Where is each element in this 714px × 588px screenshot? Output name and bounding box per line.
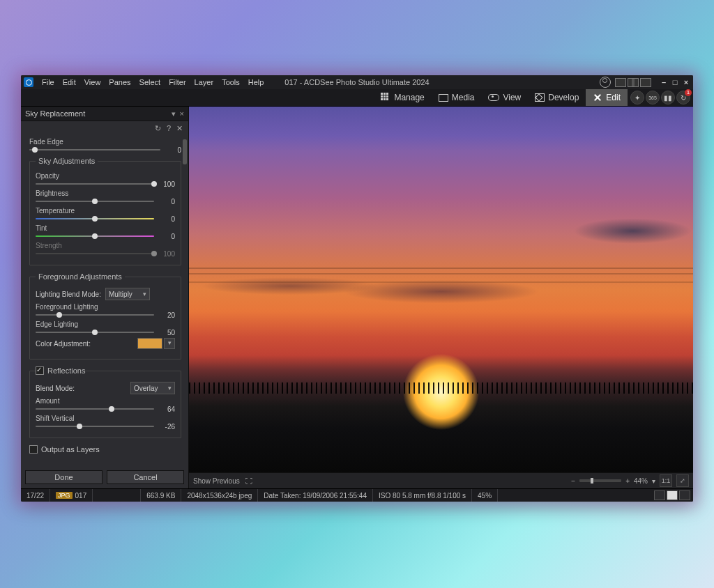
reflections-blend-mode-dropdown[interactable]: Overlay <box>130 382 175 394</box>
account-icon[interactable] <box>600 77 611 88</box>
layout-preset-icons[interactable] <box>615 78 651 87</box>
status-index: 17/22 <box>21 489 50 502</box>
edge-lighting-value: 50 <box>158 329 175 336</box>
brightness-slider[interactable]: 0 <box>36 199 175 204</box>
zoom-value: 44% <box>634 477 648 485</box>
histogram-button[interactable]: ▮▮ <box>661 91 675 105</box>
fit-button[interactable]: ⤢ <box>676 474 689 487</box>
app-logo-icon <box>24 77 33 87</box>
sky-replacement-panel: Sky Replacement ▾ × ↻ ? ✕ Fade Edge <box>21 107 189 488</box>
panel-titlebar: Sky Replacement ▾ × <box>21 107 188 121</box>
foreground-lighting-value: 20 <box>158 311 175 319</box>
viewer-toolbar: Show Previous ⛶ − + 44% ▾ 1:1 ⤢ <box>189 472 693 488</box>
color-adjustment-swatch[interactable] <box>137 338 162 349</box>
temperature-label: Temperature <box>36 207 75 215</box>
minimize-button[interactable]: – <box>660 78 668 86</box>
mode-edit[interactable]: Edit <box>586 89 628 106</box>
status-box-1[interactable] <box>654 490 665 500</box>
edit-tools-icon <box>593 93 602 102</box>
layout-right-icon[interactable] <box>640 78 651 87</box>
output-as-layers-checkbox[interactable] <box>29 445 38 454</box>
panel-close-icon[interactable]: × <box>180 109 184 118</box>
menu-view[interactable]: View <box>80 77 105 88</box>
strength-label: Strength <box>36 242 62 249</box>
reflections-blend-mode-label: Blend Mode: <box>36 385 75 392</box>
layout-center-icon[interactable] <box>628 78 639 87</box>
one-to-one-button[interactable]: 1:1 <box>660 474 672 487</box>
panel-x-icon[interactable]: ✕ <box>176 124 183 133</box>
fade-edge-slider[interactable]: 0 <box>29 147 181 153</box>
lighting-blend-mode-label: Lighting Blend Mode: <box>36 291 101 298</box>
zoom-slider[interactable] <box>579 479 621 482</box>
menu-layer[interactable]: Layer <box>190 77 218 88</box>
status-extra: 45% <box>472 489 498 502</box>
sky-adjustments-group: Sky Adjustments Opacity 100 Brightness 0… <box>29 157 181 265</box>
image-viewer: Show Previous ⛶ − + 44% ▾ 1:1 ⤢ <box>189 107 693 488</box>
window-title: 017 - ACDSee Photo Studio Ultimate 2024 <box>284 78 429 86</box>
film-icon: ✦ <box>635 94 640 102</box>
menu-bar: File Edit View Panes Select Filter Layer… <box>21 75 693 89</box>
mode-develop[interactable]: Develop <box>528 89 586 106</box>
tint-label: Tint <box>36 224 47 232</box>
menu-tools[interactable]: Tools <box>218 77 244 88</box>
strength-slider: 100 <box>36 251 175 256</box>
mode-media[interactable]: Media <box>432 89 482 106</box>
lighting-blend-mode-dropdown[interactable]: Multiply <box>105 288 150 300</box>
fade-edge-label: Fade Edge <box>29 138 63 146</box>
foreground-lighting-slider[interactable]: 20 <box>36 312 175 318</box>
mode-edit-label: Edit <box>606 93 621 102</box>
reset-icon[interactable]: ↻ <box>155 124 161 133</box>
pin-icon[interactable]: ▾ <box>172 109 176 118</box>
brightness-value: 0 <box>158 198 175 206</box>
done-button[interactable]: Done <box>25 470 102 484</box>
status-date: Date Taken: 19/09/2006 21:55:44 <box>258 489 373 502</box>
zoom-dropdown-icon[interactable]: ▾ <box>652 477 655 485</box>
brightness-label: Brightness <box>36 189 68 197</box>
temperature-value: 0 <box>158 215 175 223</box>
help-icon[interactable]: ? <box>167 124 171 132</box>
fade-edge-value: 0 <box>165 146 181 154</box>
status-box-3[interactable] <box>679 490 690 500</box>
menu-help[interactable]: Help <box>244 77 268 88</box>
color-adjustment-more-button[interactable]: ▾ <box>164 338 175 349</box>
mode-manage[interactable]: Manage <box>374 89 431 106</box>
mode-media-label: Media <box>452 93 475 102</box>
menu-filter[interactable]: Filter <box>165 77 190 88</box>
notify-badge: 1 <box>685 89 692 96</box>
shift-vertical-slider[interactable]: -26 <box>36 424 175 429</box>
zoom-out-button[interactable]: − <box>571 477 575 485</box>
layout-left-icon[interactable] <box>615 78 626 87</box>
mode-develop-label: Develop <box>548 93 579 102</box>
close-button[interactable]: × <box>682 78 690 86</box>
cancel-button[interactable]: Cancel <box>107 470 184 484</box>
panel-scrollbar[interactable] <box>183 135 187 467</box>
maximize-button[interactable]: □ <box>671 78 679 86</box>
sky-adjustments-legend: Sky Adjustments <box>36 157 98 165</box>
application-window: File Edit View Panes Select Filter Layer… <box>21 75 693 502</box>
edge-lighting-slider[interactable]: 50 <box>36 330 175 335</box>
panel-body: Fade Edge 0 Sky Adjustments Opacity 100 … <box>21 135 188 467</box>
menu-edit[interactable]: Edit <box>59 77 80 88</box>
tint-value: 0 <box>158 233 175 240</box>
menu-select[interactable]: Select <box>135 77 165 88</box>
bars-icon: ▮▮ <box>664 94 672 102</box>
fullscreen-icon[interactable]: ⛶ <box>245 477 252 485</box>
temperature-slider[interactable]: 0 <box>36 216 175 222</box>
opacity-label: Opacity <box>36 172 59 180</box>
menu-panes[interactable]: Panes <box>105 77 135 88</box>
reflections-checkbox[interactable] <box>36 366 44 375</box>
opacity-slider[interactable]: 100 <box>36 181 175 187</box>
365-button[interactable]: 365 <box>646 91 660 105</box>
zoom-in-button[interactable]: + <box>625 477 630 485</box>
sync-button[interactable]: ↻1 <box>676 91 690 105</box>
mode-view[interactable]: View <box>481 89 528 106</box>
status-box-2[interactable] <box>667 490 678 500</box>
menu-file[interactable]: File <box>38 77 59 88</box>
show-previous-button[interactable]: Show Previous <box>193 477 240 485</box>
reflections-amount-slider[interactable]: 64 <box>36 406 175 412</box>
eye-icon <box>488 94 499 101</box>
tint-slider[interactable]: 0 <box>36 233 175 239</box>
actions-button[interactable]: ✦ <box>630 91 644 105</box>
image-canvas[interactable] <box>189 107 693 472</box>
mode-manage-label: Manage <box>394 93 424 102</box>
